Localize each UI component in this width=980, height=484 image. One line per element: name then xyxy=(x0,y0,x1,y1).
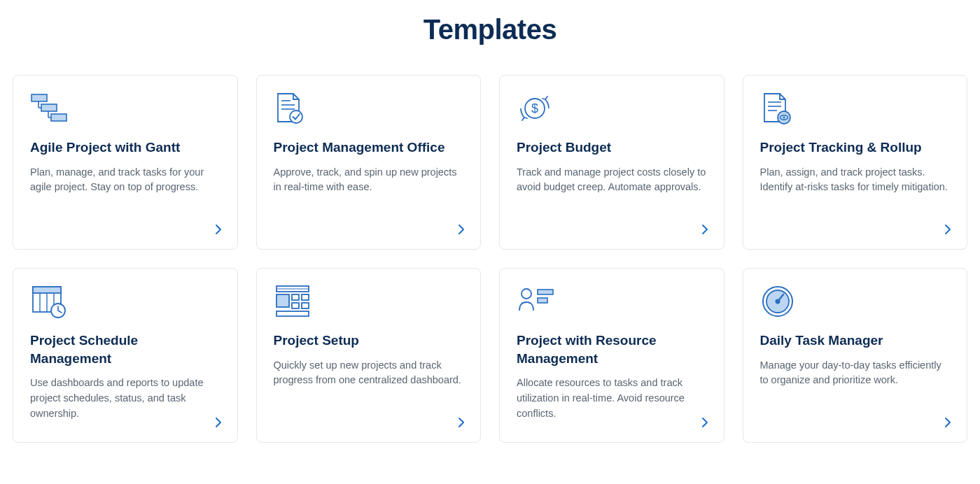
gauge-icon xyxy=(760,284,951,319)
svg-rect-2 xyxy=(51,114,66,121)
chevron-right-icon xyxy=(944,417,951,428)
svg-rect-20 xyxy=(33,287,61,293)
template-card[interactable]: Project Setup Quickly set up new project… xyxy=(256,268,482,443)
layout-icon xyxy=(274,284,464,319)
svg-rect-34 xyxy=(276,311,309,316)
chevron-right-icon xyxy=(944,224,951,235)
page-title: Templates xyxy=(13,14,967,45)
card-title: Project Setup xyxy=(274,332,464,350)
card-description: Track and manage project costs closely t… xyxy=(517,165,707,235)
gantt-icon xyxy=(30,91,220,126)
card-title: Project Tracking & Rollup xyxy=(760,138,951,157)
card-description: Manage your day-to-day tasks efficiently… xyxy=(760,358,951,428)
chevron-right-icon xyxy=(701,224,708,235)
template-card[interactable]: $ Project Budget Track and manage projec… xyxy=(499,75,724,250)
document-eye-icon xyxy=(760,91,951,126)
template-card[interactable]: Project with Resource Management Allocat… xyxy=(499,268,724,443)
svg-point-10 xyxy=(290,111,302,123)
svg-rect-29 xyxy=(276,294,289,307)
template-grid: Agile Project with Gantt Plan, manage, a… xyxy=(13,75,967,443)
chevron-right-icon xyxy=(458,224,465,235)
svg-rect-31 xyxy=(302,294,309,300)
card-title: Project with Resource Management xyxy=(517,332,707,367)
card-description: Plan, manage, and track tasks for your a… xyxy=(30,165,220,235)
card-description: Quickly set up new projects and track pr… xyxy=(274,358,464,428)
svg-text:$: $ xyxy=(531,101,538,115)
chevron-right-icon xyxy=(215,417,222,428)
card-title: Project Management Office xyxy=(274,138,464,157)
card-description: Approve, track, and spin up new projects… xyxy=(274,165,464,235)
chevron-right-icon xyxy=(458,417,465,428)
chevron-right-icon xyxy=(215,224,222,235)
template-card[interactable]: Agile Project with Gantt Plan, manage, a… xyxy=(13,75,238,250)
template-card[interactable]: Daily Task Manager Manage your day-to-da… xyxy=(743,268,968,443)
card-title: Project Budget xyxy=(517,138,707,157)
card-description: Use dashboards and reports to update pro… xyxy=(30,376,220,428)
card-title: Agile Project with Gantt xyxy=(30,138,220,157)
card-description: Plan, assign, and track project tasks. I… xyxy=(760,165,951,235)
template-card[interactable]: Project Management Office Approve, track… xyxy=(256,75,482,250)
calendar-clock-icon xyxy=(30,284,220,319)
person-resource-icon xyxy=(517,284,707,319)
card-description: Allocate resources to tasks and track ut… xyxy=(517,376,707,428)
document-check-icon xyxy=(274,91,464,126)
card-title: Daily Task Manager xyxy=(760,332,951,350)
svg-rect-36 xyxy=(538,290,553,294)
svg-rect-0 xyxy=(31,94,47,101)
svg-rect-37 xyxy=(538,298,547,303)
card-title: Project Schedule Management xyxy=(30,332,220,367)
svg-point-18 xyxy=(783,117,785,119)
svg-rect-1 xyxy=(41,104,57,111)
svg-rect-30 xyxy=(292,294,299,300)
svg-rect-33 xyxy=(302,303,309,308)
budget-icon: $ xyxy=(517,91,707,126)
svg-rect-32 xyxy=(292,303,299,308)
chevron-right-icon xyxy=(701,417,708,428)
svg-point-35 xyxy=(522,289,531,299)
template-card[interactable]: Project Schedule Management Use dashboar… xyxy=(13,268,238,443)
template-card[interactable]: Project Tracking & Rollup Plan, assign, … xyxy=(743,75,968,250)
